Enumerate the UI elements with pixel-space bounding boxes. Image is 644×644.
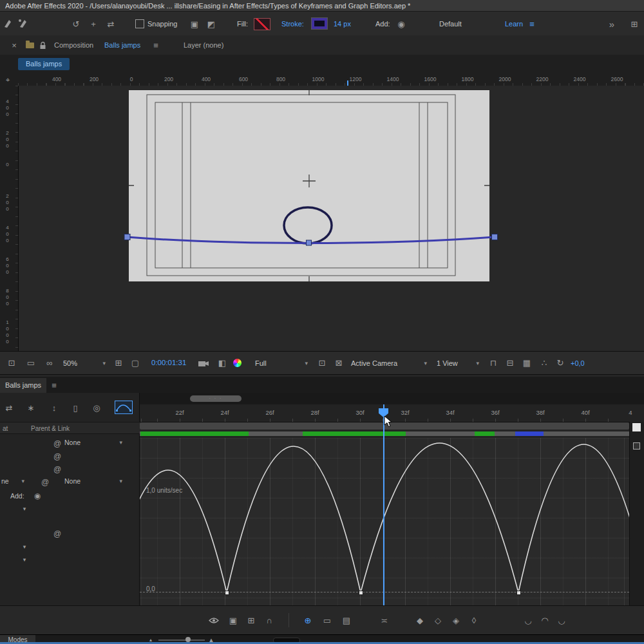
lock-icon[interactable] [39, 41, 46, 50]
graph-pin-icon[interactable] [633, 442, 640, 450]
fill-label[interactable]: Fill: [237, 21, 248, 28]
current-time-display[interactable]: 0:00:01:31 [151, 359, 186, 367]
easy-ease-icon[interactable]: ◡ [524, 616, 531, 625]
resolution-select[interactable]: Full ▾ [255, 358, 308, 368]
search-workspace-icon[interactable]: ⊞ [631, 20, 638, 28]
mask-tool-icon[interactable] [17, 18, 28, 29]
linear-keyframe-icon[interactable]: ◈ [453, 616, 459, 625]
toolbar-overflow-icon[interactable]: » [609, 19, 614, 29]
camera-wireframe-icon[interactable]: ⊠ [336, 359, 343, 367]
composition-viewer[interactable]: 40020002004006008001000 [0, 86, 644, 351]
main-monitor-icon[interactable]: ▭ [27, 359, 35, 367]
timeline-zoom-slider[interactable] [158, 639, 205, 641]
snapshot-camera-icon[interactable] [198, 360, 209, 367]
transform-box-icon[interactable]: ▣ [229, 616, 237, 625]
stroke-width-value[interactable]: 14 px [334, 21, 351, 28]
speed-graph-curve[interactable] [140, 443, 629, 592]
tab-layer[interactable]: Layer (none) [184, 42, 223, 49]
graph-editor[interactable]: · · · f22f24f26f28f30f32f34f36f38f40f4 1… [140, 393, 644, 605]
pickwhip-icon[interactable]: @ [53, 529, 61, 538]
pickwhip-icon[interactable]: @ [53, 465, 61, 474]
close-icon[interactable]: × [12, 41, 17, 50]
stereo-glasses-icon[interactable]: ∞ [46, 359, 52, 367]
camera-dolly-tool-icon[interactable]: ⇄ [108, 20, 115, 28]
duration-segment[interactable] [303, 431, 406, 436]
always-preview-icon[interactable]: ⊡ [8, 359, 15, 367]
add-shape-icon[interactable]: ◉ [397, 20, 404, 28]
timeline-tab[interactable]: Balls jamps [0, 378, 46, 393]
auto-bezier-keyframe-icon[interactable]: ◊ [472, 616, 476, 625]
comp-flowchart-icon[interactable]: ▦ [523, 359, 531, 367]
twirl-chevron-icon[interactable]: ▾ [23, 506, 26, 512]
hold-keyframe-icon[interactable]: ◇ [435, 616, 441, 625]
composition-selector-button[interactable]: Balls jamps [18, 58, 70, 70]
time-navigator-end-handle[interactable] [632, 423, 641, 431]
playhead[interactable] [383, 404, 384, 605]
camera-orbit-tool-icon[interactable]: ↺ [73, 20, 80, 28]
reset-exposure-icon[interactable]: ↻ [557, 359, 564, 367]
workspace-menu-icon[interactable]: ≡ [529, 20, 535, 28]
column-parent-link[interactable]: Parent & Link [31, 425, 70, 432]
auto-keyframe-icon[interactable]: ◎ [93, 404, 100, 412]
column-trkmat[interactable]: at [3, 425, 8, 432]
snapping-checkbox[interactable] [135, 19, 144, 28]
stroke-swatch[interactable] [312, 18, 327, 29]
zoom-slider-knob[interactable] [185, 637, 191, 642]
fit-all-graphs-icon[interactable]: ▤ [343, 616, 350, 625]
timeline-zoom-handle[interactable]: · · · [190, 395, 242, 402]
graph-editor-toggle[interactable] [115, 401, 133, 414]
comp-canvas[interactable] [0, 86, 644, 351]
brainstorm-icon[interactable]: ▯ [73, 404, 77, 412]
add-property-icon[interactable]: ◉ [34, 491, 41, 500]
snap-option-icon[interactable]: ▣ [191, 20, 198, 28]
channel-color-wheel-icon[interactable] [233, 359, 242, 367]
fast-preview-icon[interactable]: ⊡ [319, 359, 326, 367]
twirl-chevron-icon[interactable]: ▾ [23, 544, 26, 550]
eye-icon[interactable] [209, 617, 219, 624]
pickwhip-icon[interactable]: @ [53, 452, 61, 461]
pickwhip-icon[interactable]: @ [53, 439, 61, 448]
fit-selection-icon[interactable]: ▭ [323, 616, 331, 625]
duration-segment[interactable] [140, 431, 249, 436]
auto-zoom-graph-icon[interactable]: ⊕ [305, 616, 312, 625]
active-camera-select[interactable]: Active Camera ▾ [351, 358, 427, 368]
mode-select-truncated[interactable]: ne ▾ [1, 477, 24, 485]
region-of-interest-icon[interactable]: ▢ [131, 359, 139, 367]
edit-keyframe-icon[interactable]: ◆ [417, 616, 423, 625]
comp-mini-flow-icon[interactable]: ⇄ [6, 404, 13, 412]
exposure-value[interactable]: +0,0 [571, 360, 585, 367]
separate-dimensions-icon[interactable]: ≍ [381, 616, 388, 625]
parent-select[interactable]: None ▾ [64, 439, 122, 446]
snap-edges-icon[interactable]: ◩ [207, 20, 215, 28]
parent-select[interactable]: None ▾ [64, 477, 122, 485]
graph-type-icon[interactable]: ∩ [266, 616, 272, 625]
motion-blur-icon[interactable]: ↕ [52, 404, 57, 412]
timeline-menu-icon[interactable]: ≡ [52, 381, 57, 390]
panel-menu-icon[interactable]: ≡ [153, 41, 158, 50]
timeline-scroll-track[interactable]: · · · [140, 393, 644, 404]
stroke-label[interactable]: Stroke: [281, 21, 304, 28]
timeline-button-icon[interactable]: ⊟ [507, 359, 514, 367]
tab-composition-name[interactable]: Balls jamps [104, 42, 140, 49]
fill-swatch[interactable] [254, 18, 270, 30]
pixel-aspect-icon[interactable]: ⊓ [490, 359, 497, 367]
learn-link[interactable]: Learn [505, 21, 523, 28]
frame-blend-icon[interactable]: ∗ [28, 404, 35, 412]
twirl-chevron-icon[interactable]: ▾ [23, 556, 26, 563]
mini-flowchart-icon[interactable]: ∴ [542, 359, 547, 367]
camera-pan-tool-icon[interactable]: + [91, 20, 96, 28]
pickwhip-icon[interactable]: @ [41, 478, 49, 487]
horizontal-ruler[interactable]: ⌖ 40020002004006008001000120014001600180… [0, 74, 644, 86]
snap-grid-icon[interactable]: ⊞ [248, 616, 255, 625]
easy-ease-in-icon[interactable]: ◠ [541, 616, 548, 625]
easy-ease-out-icon[interactable]: ◡ [558, 616, 565, 625]
magnification-select[interactable]: 50% ▾ [63, 358, 106, 368]
ruler-origin-icon[interactable]: ⌖ [6, 77, 10, 84]
tab-composition-label[interactable]: Composition [54, 42, 93, 49]
duration-segment[interactable] [475, 431, 495, 436]
pen-tool-icon[interactable] [2, 18, 13, 29]
grid-guides-icon[interactable]: ⊞ [115, 359, 122, 367]
duration-segment[interactable] [515, 431, 544, 436]
workspace-select[interactable]: Default [439, 21, 462, 28]
speed-graph[interactable] [140, 438, 629, 605]
